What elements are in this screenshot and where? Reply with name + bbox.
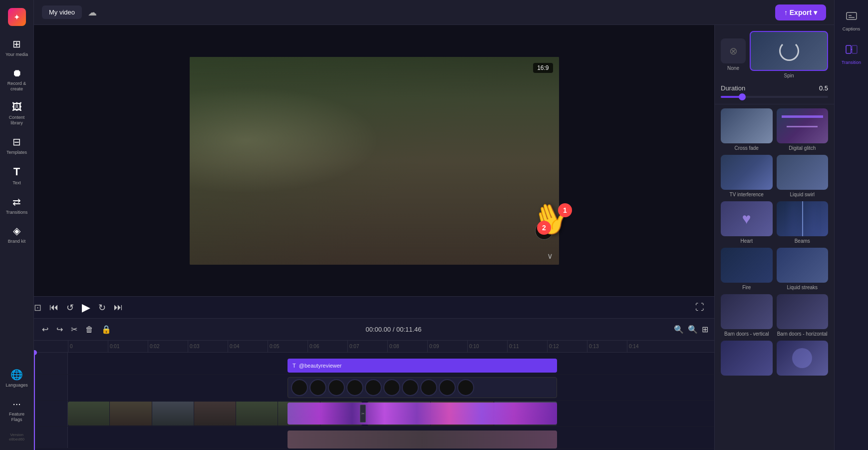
undo-button[interactable]: ↩ xyxy=(40,323,50,336)
transition-spin[interactable]: Spin xyxy=(750,31,828,78)
emoji-circle xyxy=(328,379,345,396)
your-media-icon: ⊞ xyxy=(12,38,21,50)
duration-slider[interactable] xyxy=(721,96,828,98)
play-button[interactable]: ▶ xyxy=(82,301,90,314)
text-clip-label: @beautyreviewer xyxy=(299,363,342,369)
captions-tab[interactable]: Captions xyxy=(837,6,867,35)
transition-item-unknown-1[interactable] xyxy=(721,341,773,378)
subtitles-icon[interactable]: ⊡ xyxy=(34,302,41,313)
zoom-in-button[interactable]: 🔍 xyxy=(688,325,698,334)
fit-to-screen-button[interactable]: ⊞ xyxy=(702,325,708,334)
help-button[interactable]: ? xyxy=(535,222,553,240)
digital-glitch-preview xyxy=(777,108,829,143)
brand-kit-icon: ◈ xyxy=(13,225,20,237)
sidebar-item-label: Transitions xyxy=(6,210,28,215)
video-controls-bar: ⊡ ⏮ ↺ ▶ ↻ ⏭ ⛶ xyxy=(34,296,714,318)
emoji-clip[interactable] xyxy=(288,377,557,398)
sidebar-item-record-create[interactable]: ⏺ Record &create xyxy=(2,63,32,96)
lock-button[interactable]: 🔒 xyxy=(99,323,113,336)
fast-forward-button[interactable]: ↻ xyxy=(98,302,106,313)
text-clip[interactable]: T @beautyreviewer xyxy=(288,359,557,373)
skip-to-end-button[interactable]: ⏭ xyxy=(114,302,123,313)
ruler-mark: 0:11 xyxy=(507,341,547,353)
barn-vert-preview xyxy=(721,294,773,329)
audio-clip[interactable] xyxy=(288,403,557,425)
audio-waveform xyxy=(288,403,557,425)
rewind-button[interactable]: ↺ xyxy=(66,302,74,313)
barn-horiz-preview xyxy=(777,294,829,329)
text-icon: T xyxy=(13,165,20,178)
unknown-2-preview xyxy=(777,341,829,376)
transition-item-liquid-swirl[interactable]: Liquid swirl xyxy=(777,155,829,197)
timeline[interactable]: 0 0:01 0:02 0:03 0:04 0:05 0:06 0:07 0:0… xyxy=(34,340,714,450)
video-thumbnail xyxy=(194,402,236,426)
timeline-toolbar: ↩ ↪ ✂ 🗑 🔒 00:00.00 / 00:11.46 🔍 🔍 ⊞ xyxy=(34,318,714,340)
aspect-ratio-badge: 16:9 xyxy=(533,63,553,73)
transition-item-liquid-streaks[interactable]: Liquid streaks xyxy=(777,248,829,290)
transition-spin-label: Spin xyxy=(784,73,794,78)
transition-none[interactable]: ⊗ None xyxy=(721,38,746,71)
duration-control: Duration 0.5 xyxy=(721,84,828,98)
transition-item-fire[interactable]: Fire xyxy=(721,248,773,290)
sidebar-item-brand-kit[interactable]: ◈ Brand kit xyxy=(2,221,32,248)
panel-collapse-icon[interactable]: ∨ xyxy=(547,251,553,261)
emoji-circle xyxy=(291,379,308,396)
video-preview xyxy=(190,57,559,265)
transition-item-barn-horiz[interactable]: Barn doors - horizontal xyxy=(777,294,829,337)
svg-rect-3 xyxy=(846,45,851,53)
video-title-button[interactable]: My video xyxy=(42,5,82,19)
liquid-streaks-label: Liquid streaks xyxy=(787,285,818,290)
emoji-circle xyxy=(346,379,363,396)
delete-button[interactable]: 🗑 xyxy=(83,323,95,336)
transition-item-beams[interactable]: Beams xyxy=(777,201,829,244)
transitions-panel: ⊗ None Spin Duration 0.5 xyxy=(714,25,834,450)
emoji-circle xyxy=(383,379,400,396)
fullscreen-button[interactable]: ⛶ xyxy=(695,302,704,313)
track-label-video xyxy=(34,401,68,426)
export-button[interactable]: ↑ Export ▾ xyxy=(775,4,826,20)
pink-audio-clip[interactable] xyxy=(288,431,557,449)
transition-tab-label: Transition xyxy=(842,60,861,65)
skip-to-start-button[interactable]: ⏮ xyxy=(49,302,58,313)
sidebar-item-languages[interactable]: 🌐 Languages xyxy=(2,365,32,392)
save-icon[interactable]: ☁ xyxy=(88,7,97,18)
track-emoji xyxy=(34,375,714,401)
video-thumbnail xyxy=(68,402,110,426)
transition-item-cross-fade[interactable]: Cross fade xyxy=(721,108,773,151)
track-audio xyxy=(34,427,714,449)
duration-fill xyxy=(721,96,742,98)
sidebar-item-templates[interactable]: ⊟ Templates xyxy=(2,132,32,159)
redo-button[interactable]: ↪ xyxy=(54,323,65,336)
transition-none-preview: ⊗ xyxy=(721,38,746,63)
transition-item-heart[interactable]: Heart xyxy=(721,201,773,244)
sidebar-item-label: Text xyxy=(12,180,21,186)
sidebar-item-label: Record &create xyxy=(7,81,26,92)
transition-item-unknown-2[interactable] xyxy=(777,341,829,378)
sidebar-item-content-library[interactable]: 🖼 Content library xyxy=(2,97,32,130)
sidebar-item-text[interactable]: T Text xyxy=(2,161,32,190)
transition-item-tv-interference[interactable]: TV interference xyxy=(721,155,773,197)
transition-item-digital-glitch[interactable]: Digital glitch xyxy=(777,108,829,151)
track-content-audio xyxy=(68,427,714,448)
track-video: ✂ xyxy=(34,401,714,427)
video-container: 16:9 ? ∨ ✋ 1 2 xyxy=(34,25,714,296)
track-label-audio xyxy=(34,427,68,448)
cut-button[interactable]: ✂ xyxy=(69,323,79,336)
emoji-circle xyxy=(309,379,326,396)
transition-tab[interactable]: Transition xyxy=(837,39,867,69)
ruler-mark: 0:04 xyxy=(228,341,268,353)
transitions-icon: ⇄ xyxy=(12,196,21,208)
zoom-out-button[interactable]: 🔍 xyxy=(674,325,684,334)
captions-label: Captions xyxy=(843,26,861,31)
captions-icon xyxy=(846,10,858,24)
track-content-text: T @beautyreviewer xyxy=(68,353,714,374)
ruler-mark: 0:12 xyxy=(547,341,587,353)
ruler-mark: 0 xyxy=(68,341,108,353)
fire-label: Fire xyxy=(742,285,751,290)
transition-item-barn-vert[interactable]: Barn doors - vertical xyxy=(721,294,773,337)
sidebar-item-your-media[interactable]: ⊞ Your media xyxy=(2,34,32,61)
sidebar-item-transitions[interactable]: ⇄ Transitions xyxy=(2,192,32,219)
center-area: 16:9 ? ∨ ✋ 1 2 ⊡ ⏮ ↺ ▶ ↻ xyxy=(34,25,714,450)
sidebar-item-feature-flags[interactable]: ··· FeatureFlags xyxy=(2,394,32,427)
duration-thumb[interactable] xyxy=(739,93,746,100)
